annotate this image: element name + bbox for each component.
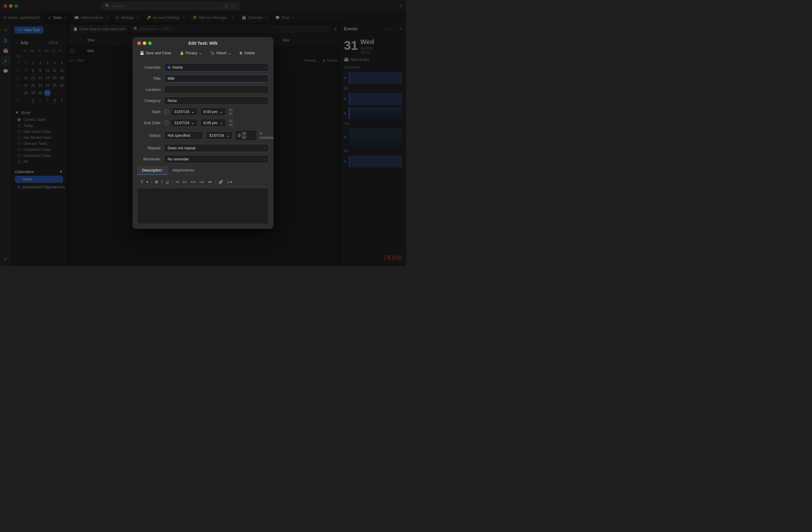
start-date-value: 31/07/24 (174, 110, 189, 114)
form-due-label: Due Date: (137, 120, 161, 125)
due-spinner: ▲ ▼ (229, 119, 233, 127)
ed-underline-btn[interactable]: U (165, 179, 170, 185)
description-editor[interactable] (137, 188, 269, 224)
category-select-value: None (168, 98, 177, 103)
percent-input[interactable]: 0 ▲ ▼ (235, 130, 257, 141)
due-spinner-up[interactable]: ▲ (229, 119, 233, 123)
start-time-input[interactable]: 8:00 pm ⌄ (200, 107, 226, 116)
ed-emoji-btn[interactable]: ☺▾ (226, 179, 233, 185)
ed-bold-btn[interactable]: B (154, 179, 159, 185)
save-icon: 💾 (140, 51, 144, 55)
attach-label: Attach (216, 51, 227, 55)
tab-description[interactable]: Description: (137, 166, 168, 175)
start-date-row: 31/07/24 ⌄ 8:00 pm ⌄ ▲ ▼ (164, 107, 269, 116)
form-row-calendar: Calendar: Home ⌄ (137, 63, 269, 71)
ed-divider-2: | (172, 180, 173, 184)
due-date-value: 31/07/24 (174, 120, 189, 125)
start-date-chevron-icon: ⌄ (191, 110, 194, 114)
repeat-select-value: Does not repeat (168, 146, 195, 150)
ed-indent-btn[interactable]: ⇒≡ (198, 179, 205, 185)
modal-title: Edit Task: Milk (189, 41, 218, 46)
form-row-status: Status: Not specified ⌄ 31/07/24 ⌄ 0 ▲ (137, 130, 269, 141)
ed-divider-3: | (215, 180, 216, 184)
form-row-category: Category: None ⌄ (137, 97, 269, 105)
privacy-button[interactable]: 🔒 Privacy ⌄ (177, 50, 204, 56)
tab-attachments[interactable]: Attachments: (168, 166, 200, 175)
ed-bullet-list-btn[interactable]: •≡ (175, 179, 180, 185)
privacy-chevron-icon: ⌄ (199, 51, 202, 55)
reminder-select-value: No reminder (168, 157, 189, 161)
percent-spinner: ▲ ▼ (242, 132, 246, 139)
form-row-start: Start: 31/07/24 ⌄ 8:00 pm ⌄ ▲ ▼ (137, 107, 269, 116)
form-reminder-label: Reminder: (137, 157, 161, 161)
ed-italic-btn[interactable]: I (160, 179, 164, 185)
start-time-value: 8:00 pm (204, 110, 218, 114)
save-and-close-button[interactable]: 💾 Save and Close (137, 50, 174, 56)
status-row: Not specified ⌄ 31/07/24 ⌄ 0 ▲ ▼ (164, 130, 274, 141)
form-row-location: Location: (137, 85, 269, 94)
edit-task-modal: Edit Task: Milk 💾 Save and Close 🔒 Priva… (132, 37, 274, 229)
form-row-repeat: Repeat: Does not repeat ⌄ (137, 144, 269, 152)
lock-icon: 🔒 (179, 51, 184, 55)
ed-divider-1: | (151, 180, 152, 184)
repeat-select[interactable]: Does not repeat ⌄ (164, 144, 269, 152)
calendar-chevron-icon: ⌄ (263, 66, 265, 69)
ed-link-btn[interactable]: 🔗 (217, 179, 224, 185)
reminder-select[interactable]: No reminder ⌄ (164, 155, 269, 163)
ed-align-btn[interactable]: ≡▾ (207, 179, 213, 185)
ed-ordered-list-btn[interactable]: 1≡ (182, 179, 188, 185)
status-select[interactable]: Not specified ⌄ (164, 131, 203, 140)
start-date-input[interactable]: 31/07/24 ⌄ (171, 107, 198, 116)
reminder-chevron-icon: ⌄ (263, 157, 265, 161)
save-and-close-label: Save and Close (146, 51, 171, 55)
form-start-label: Start: (137, 110, 161, 114)
start-spinner-down[interactable]: ▼ (229, 112, 233, 116)
modal-overlay: Edit Task: Milk 💾 Save and Close 🔒 Priva… (0, 0, 406, 266)
calendar-select[interactable]: Home ⌄ (164, 63, 269, 71)
ed-outdent-btn[interactable]: ⇐≡ (189, 179, 197, 185)
form-row-reminder: Reminder: No reminder ⌄ (137, 155, 269, 163)
due-time-value: 8:00 pm (204, 120, 218, 125)
calendar-select-value: Home (172, 65, 183, 70)
form-calendar-label: Calendar: (137, 65, 161, 70)
status-select-value: Not specified (168, 133, 190, 138)
form-category-label: Category: (137, 98, 161, 103)
modal-trash-icon: 🗑 (239, 51, 243, 55)
start-time-chevron-icon: ⌄ (219, 110, 223, 114)
percent-up[interactable]: ▲ (242, 132, 246, 135)
start-checkbox[interactable] (164, 110, 169, 114)
percent-value: 0 (238, 133, 241, 138)
start-spinner: ▲ ▼ (229, 108, 233, 116)
modal-max-light[interactable] (148, 41, 152, 45)
location-input[interactable] (164, 85, 269, 94)
category-select[interactable]: None ⌄ (164, 97, 269, 105)
form-repeat-label: Repeat: (137, 146, 161, 150)
title-input[interactable] (164, 74, 269, 83)
repeat-chevron-icon: ⌄ (263, 146, 265, 150)
form-row-due: Due Date: 31/07/24 ⌄ 8:00 pm ⌄ ▲ ▼ (137, 119, 269, 127)
modal-delete-button[interactable]: 🗑 Delete (237, 50, 257, 56)
form-status-label: Status: (137, 133, 161, 138)
modal-titlebar: Edit Task: Milk (132, 37, 274, 48)
due-spinner-down[interactable]: ▼ (229, 123, 233, 127)
ed-paragraph-chevron-btn[interactable]: ▾ (145, 179, 149, 185)
attach-button[interactable]: 📎 Attach ⌄ (208, 50, 233, 56)
paperclip-icon: 📎 (210, 51, 215, 55)
modal-delete-label: Delete (244, 51, 255, 55)
modal-min-light[interactable] (143, 41, 146, 45)
modal-toolbar: 💾 Save and Close 🔒 Privacy ⌄ 📎 Attach ⌄ … (132, 48, 274, 60)
percent-down[interactable]: ▼ (242, 135, 246, 139)
due-date-input[interactable]: 31/07/24 ⌄ (171, 119, 198, 127)
form-location-label: Location: (137, 87, 161, 92)
due-date-row: 31/07/24 ⌄ 8:00 pm ⌄ ▲ ▼ (164, 119, 269, 127)
due-checkbox[interactable] (164, 121, 169, 125)
modal-form-body: Calendar: Home ⌄ Title: Location: (132, 60, 274, 229)
start-spinner-up[interactable]: ▲ (229, 108, 233, 112)
due-time-input[interactable]: 8:00 pm ⌄ (200, 119, 226, 127)
status-date-input[interactable]: 31/07/24 ⌄ (206, 131, 233, 140)
status-date-value: 31/07/24 (209, 133, 224, 138)
modal-close-light[interactable] (137, 41, 141, 45)
form-row-title: Title: (137, 74, 269, 83)
ed-paragraph-btn[interactable]: ¶ (140, 179, 144, 185)
percent-label: % complete (259, 131, 274, 140)
